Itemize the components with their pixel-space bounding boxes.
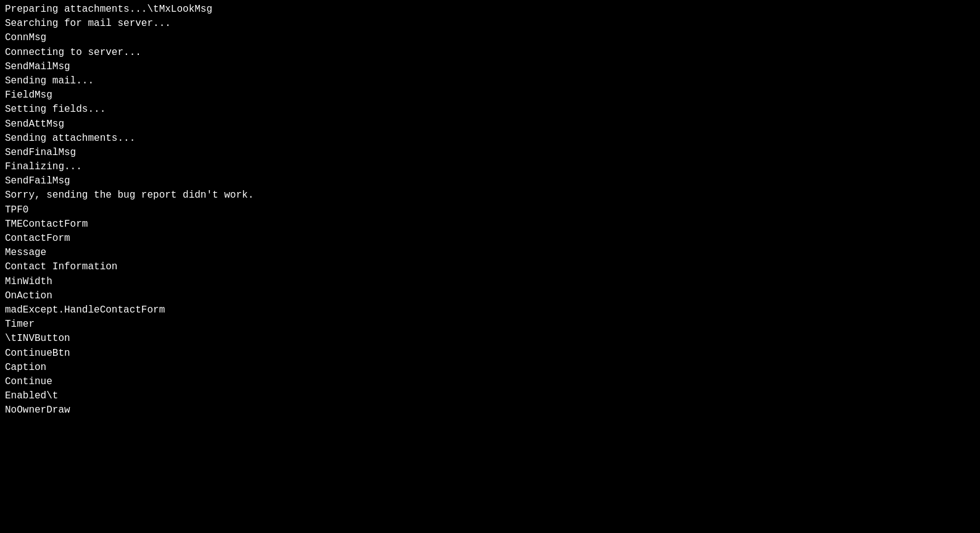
- console-line: \tINVButton: [5, 332, 975, 346]
- console-line: Message: [5, 246, 975, 260]
- console-line: madExcept.HandleContactForm: [5, 303, 975, 317]
- console-line: Searching for mail server...: [5, 17, 975, 31]
- console-line: Timer: [5, 317, 975, 332]
- console-line: Enabled\t: [5, 389, 975, 403]
- console-line: TMEContactForm: [5, 217, 975, 232]
- console-line: Preparing attachments...\tMxLookMsg: [5, 2, 975, 17]
- console-line: OnAction: [5, 289, 975, 303]
- console-line: ContactForm: [5, 232, 975, 246]
- console-line: ConnMsg: [5, 31, 975, 45]
- console-line: Continue: [5, 375, 975, 389]
- console-line: SendAttMsg: [5, 117, 975, 132]
- console-line: Sending mail...: [5, 74, 975, 88]
- console-line: NoOwnerDraw: [5, 403, 975, 418]
- console-line: FieldMsg: [5, 88, 975, 103]
- console-output: Preparing attachments...\tMxLookMsgSearc…: [0, 0, 980, 533]
- console-line: Finalizing...: [5, 160, 975, 174]
- console-line: TPF0: [5, 203, 975, 217]
- console-line: SendFailMsg: [5, 174, 975, 188]
- console-line: SendFinalMsg: [5, 146, 975, 160]
- console-line: SendMailMsg: [5, 60, 975, 74]
- console-line: Caption: [5, 361, 975, 375]
- console-line: Setting fields...: [5, 103, 975, 117]
- console-line: Sorry, sending the bug report didn't wor…: [5, 188, 975, 203]
- console-line: Connecting to server...: [5, 46, 975, 60]
- console-line: ContinueBtn: [5, 346, 975, 361]
- console-line: Contact Information: [5, 260, 975, 274]
- console-line: Sending attachments...: [5, 132, 975, 146]
- console-line: MinWidth: [5, 275, 975, 289]
